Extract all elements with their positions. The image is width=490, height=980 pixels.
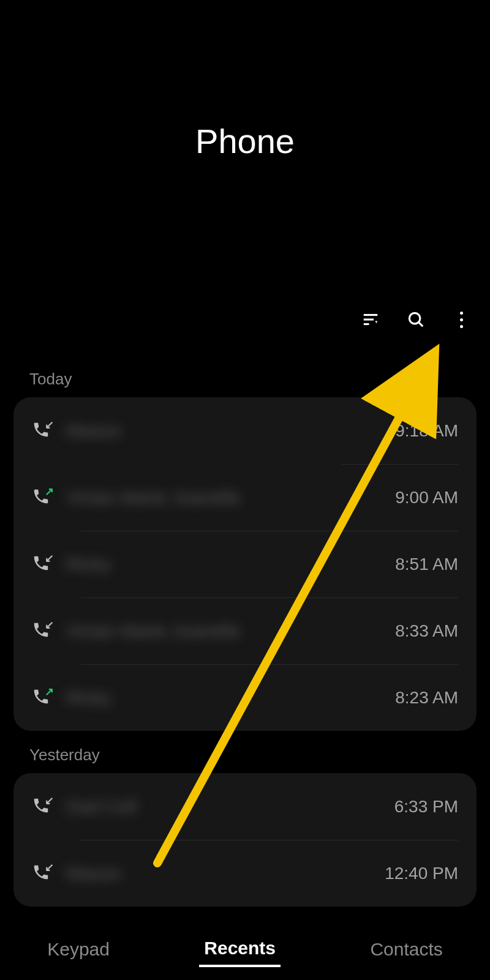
incoming-call-icon: ↙ [32,554,53,575]
search-icon[interactable] [405,309,426,330]
incoming-call-icon: ↙ [32,863,53,884]
call-row[interactable]: ↙ Dad Cell 6:33 PM [13,773,477,840]
call-group-yesterday: ↙ Dad Cell 6:33 PM ↙ Mason 12:40 PM [13,773,477,907]
call-time: 6:33 PM [394,797,458,817]
contact-name: Dad Cell [66,796,394,817]
nav-keypad[interactable]: Keypad [42,933,115,966]
more-icon[interactable] [451,309,472,330]
call-time: 9:18 AM [395,421,458,441]
nav-recents[interactable]: Recents [199,932,281,967]
nav-contacts[interactable]: Contacts [365,933,447,966]
contact-name: Ricky [66,687,395,708]
incoming-call-icon: ↙ [32,621,53,641]
call-time: 8:33 AM [395,621,458,641]
section-label-today: Today [0,370,490,397]
call-time: 12:40 PM [385,864,458,883]
svg-line-4 [419,323,423,327]
call-row[interactable]: ↙ Ricky 8:51 AM [13,531,477,597]
call-time: 9:00 AM [395,488,458,507]
contact-name: Vivian Marie Joanelle [66,621,395,641]
bottom-nav: Keypad Recents Contacts [0,919,490,980]
outgoing-call-icon: ↗ [32,487,53,508]
call-time: 8:23 AM [395,688,458,708]
contact-name: Ricky [66,554,395,575]
app-title: Phone [195,121,295,161]
call-group-today: ↙ Mason 9:18 AM ↗ Vivian Marie Joanelle … [13,397,477,731]
call-row[interactable]: ↗ Vivian Marie Joanelle 9:00 AM [13,464,477,531]
contact-name: Mason [66,421,395,441]
contact-name: Vivian Marie Joanelle [66,487,395,508]
filter-icon[interactable] [360,309,381,330]
toolbar [360,309,472,330]
header-area: Phone [0,0,490,294]
call-row[interactable]: ↗ Ricky 8:23 AM [13,664,477,731]
svg-point-3 [409,313,420,324]
outgoing-call-icon: ↗ [32,687,53,708]
incoming-call-icon: ↙ [32,796,53,817]
contact-name: Mason [66,863,385,884]
call-time: 8:51 AM [395,555,458,574]
call-row[interactable]: ↙ Mason 12:40 PM [13,840,477,907]
call-row[interactable]: ↙ Vivian Marie Joanelle 8:33 AM [13,597,477,664]
call-row[interactable]: ↙ Mason 9:18 AM [13,397,477,464]
section-label-yesterday: Yesterday [0,746,490,773]
incoming-call-icon: ↙ [32,421,53,441]
